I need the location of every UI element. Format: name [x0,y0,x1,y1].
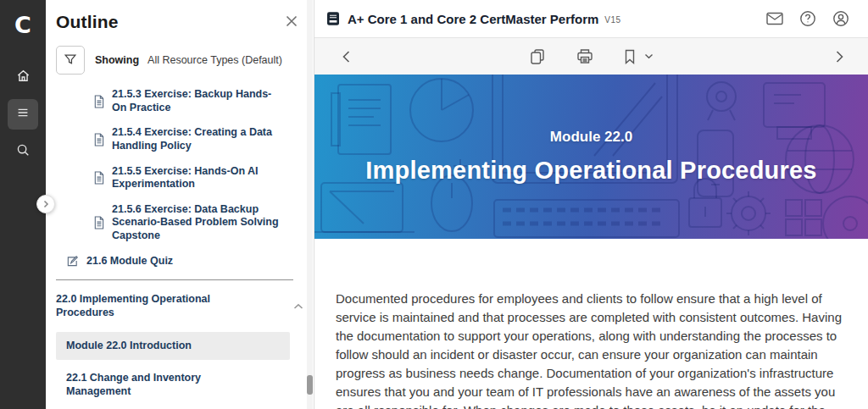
outline-item-label: 21.5.6 Exercise: Data Backup Scenario-Ba… [112,203,283,243]
outline-item-label: 21.5.5 Exercise: Hands-On AI Experimenta… [112,165,283,191]
rail-search-button[interactable] [8,136,38,167]
outline-item[interactable]: 21.5.3 Exercise: Backup Hands-On Practic… [56,88,293,114]
rail-outline-button[interactable] [8,99,38,130]
outline-item-label: Module 22.0 Introduction [66,340,192,353]
copy-icon[interactable] [530,48,546,65]
help-icon[interactable] [799,10,816,27]
panel-collapse-button[interactable] [36,195,55,213]
outline-section-divider [56,279,293,280]
book-icon [326,11,341,26]
filter-label: Showing [95,54,139,66]
module-banner: Module 22.0 Implementing Operational Pro… [314,75,868,239]
document-icon [93,216,104,229]
outline-item[interactable]: 22.1 Change and Inventory Management [56,372,293,398]
lesson-body: Documented procedures for employees and … [314,239,868,409]
banner-module-number: Module 22.0 [550,129,632,146]
bookmark-icon[interactable] [624,49,636,64]
chevron-down-icon[interactable] [644,53,654,59]
outline-item-label: 21.6 Module Quiz [86,255,173,268]
course-title: A+ Core 1 and Core 2 CertMaster Perform [348,12,598,26]
quiz-icon [66,255,79,268]
back-icon[interactable] [342,50,351,64]
banner-module-title: Implementing Operational Procedures [365,157,816,185]
menu-icon [15,105,31,124]
outline-item-label: 21.5.4 Exercise: Creating a Data Handlin… [112,126,283,152]
print-icon[interactable] [576,48,593,64]
outline-item-label: 22.0 Implementing Operational Procedures [56,293,227,319]
outline-panel: Outline Showing All Resource Types (Defa… [46,0,314,409]
chevron-up-icon[interactable] [293,303,303,310]
panel-scrollbar-thumb[interactable] [307,375,313,395]
content-area: A+ Core 1 and Core 2 CertMaster Perform … [314,0,868,409]
document-icon [93,95,104,108]
forward-icon[interactable] [835,50,844,64]
account-icon[interactable] [832,10,849,27]
outline-item[interactable]: 22.0 Implementing Operational Procedures [56,293,303,319]
document-icon [93,133,104,146]
mail-icon[interactable] [766,12,783,25]
course-header: A+ Core 1 and Core 2 CertMaster Perform … [314,0,868,38]
outline-title: Outline [56,12,119,32]
app-window: C Outline [0,0,868,409]
outline-list: 21.5.3 Exercise: Backup Hands-On Practic… [56,88,314,409]
lesson-paragraph: Documented procedures for employees and … [336,290,856,409]
outline-item[interactable]: 21.5.5 Exercise: Hands-On AI Experimenta… [56,165,293,191]
filter-value: All Resource Types (Default) [147,54,282,66]
reader-toolbar [314,38,868,75]
search-icon [15,142,31,161]
filter-row: Showing All Resource Types (Default) [56,46,314,75]
outline-item[interactable]: 21.5.4 Exercise: Creating a Data Handlin… [56,126,293,152]
outline-item-label: 21.5.3 Exercise: Backup Hands-On Practic… [112,88,283,114]
filter-button[interactable] [56,46,85,75]
course-version: V15 [604,15,620,25]
panel-scrollbar-track[interactable] [307,0,313,409]
outline-item-label: 22.1 Change and Inventory Management [66,372,237,398]
document-icon [93,171,104,185]
outline-item[interactable]: 21.5.6 Exercise: Data Backup Scenario-Ba… [56,203,293,243]
rail-home-button[interactable] [8,62,38,92]
filter-icon [63,52,78,69]
outline-item[interactable]: 21.6 Module Quiz [56,255,293,268]
outline-item[interactable]: Module 22.0 Introduction [56,332,290,361]
close-icon[interactable] [285,14,298,31]
comptia-logo: C [14,12,31,38]
home-icon [15,68,31,87]
